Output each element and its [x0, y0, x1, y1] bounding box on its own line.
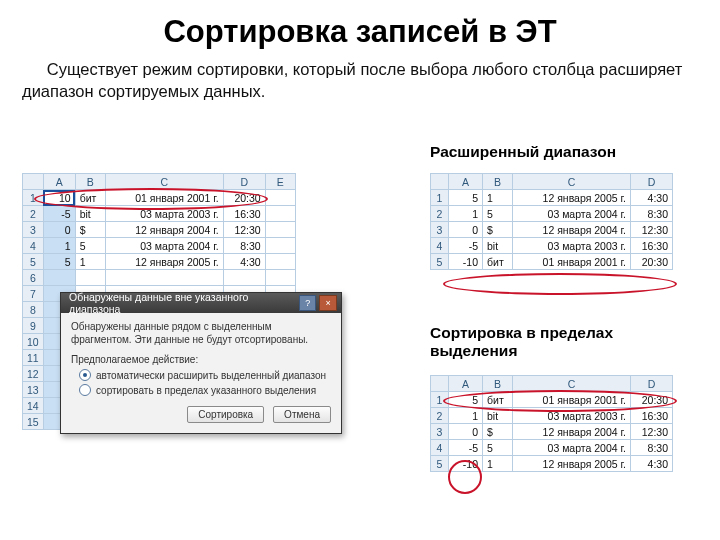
- row-header[interactable]: 4: [431, 238, 449, 254]
- column-header[interactable]: D: [223, 174, 265, 190]
- cell[interactable]: 1: [483, 456, 513, 472]
- row-header[interactable]: 1: [23, 190, 44, 206]
- cell[interactable]: [75, 270, 105, 286]
- cancel-button[interactable]: Отмена: [273, 406, 331, 423]
- cell[interactable]: 1: [449, 206, 483, 222]
- cell[interactable]: $: [483, 222, 513, 238]
- cell[interactable]: 01 января 2001 г.: [513, 254, 631, 270]
- cell[interactable]: 1: [75, 254, 105, 270]
- row-header[interactable]: 10: [23, 334, 44, 350]
- cell[interactable]: 1: [483, 190, 513, 206]
- row-header[interactable]: 3: [431, 424, 449, 440]
- cell[interactable]: 12:30: [631, 222, 673, 238]
- cell[interactable]: бит: [483, 254, 513, 270]
- column-header[interactable]: A: [449, 376, 483, 392]
- row-header[interactable]: 5: [431, 254, 449, 270]
- cell[interactable]: 01 января 2001 г.: [513, 392, 631, 408]
- cell[interactable]: 12 января 2005 г.: [513, 456, 631, 472]
- row-header[interactable]: 11: [23, 350, 44, 366]
- column-header[interactable]: A: [43, 174, 75, 190]
- cell[interactable]: 5: [43, 254, 75, 270]
- cell[interactable]: 16:30: [631, 408, 673, 424]
- row-header[interactable]: 5: [23, 254, 44, 270]
- cell[interactable]: бит: [483, 392, 513, 408]
- cell[interactable]: [105, 270, 223, 286]
- row-header[interactable]: 2: [431, 206, 449, 222]
- cell[interactable]: 16:30: [631, 238, 673, 254]
- radio-within[interactable]: сортировать в пределах указанного выделе…: [79, 384, 331, 396]
- cell[interactable]: [223, 270, 265, 286]
- column-header[interactable]: B: [483, 174, 513, 190]
- cell[interactable]: 5: [75, 238, 105, 254]
- cell[interactable]: 12:30: [631, 424, 673, 440]
- cell[interactable]: $: [75, 222, 105, 238]
- row-header[interactable]: 1: [431, 190, 449, 206]
- cell[interactable]: 20:30: [223, 190, 265, 206]
- cell[interactable]: [265, 206, 295, 222]
- row-header[interactable]: 12: [23, 366, 44, 382]
- row-header[interactable]: 8: [23, 302, 44, 318]
- cell[interactable]: 12 января 2005 г.: [513, 190, 631, 206]
- row-header[interactable]: 9: [23, 318, 44, 334]
- cell[interactable]: 03 марта 2003 г.: [105, 206, 223, 222]
- cell[interactable]: 12 января 2004 г.: [513, 424, 631, 440]
- help-icon[interactable]: ?: [299, 295, 317, 311]
- cell[interactable]: 03 марта 2004 г.: [513, 440, 631, 456]
- cell[interactable]: [265, 222, 295, 238]
- cell[interactable]: 5: [449, 392, 483, 408]
- row-header[interactable]: 13: [23, 382, 44, 398]
- column-header[interactable]: A: [449, 174, 483, 190]
- close-icon[interactable]: ×: [319, 295, 337, 311]
- cell[interactable]: 8:30: [631, 206, 673, 222]
- cell[interactable]: 03 марта 2004 г.: [105, 238, 223, 254]
- cell[interactable]: 0: [43, 222, 75, 238]
- column-header[interactable]: E: [265, 174, 295, 190]
- column-header[interactable]: B: [75, 174, 105, 190]
- row-header[interactable]: 5: [431, 456, 449, 472]
- cell[interactable]: bit: [483, 408, 513, 424]
- column-header[interactable]: D: [631, 174, 673, 190]
- row-header[interactable]: 3: [23, 222, 44, 238]
- column-header[interactable]: B: [483, 376, 513, 392]
- cell[interactable]: 5: [483, 206, 513, 222]
- cell[interactable]: [265, 270, 295, 286]
- cell[interactable]: [265, 238, 295, 254]
- cell[interactable]: 10: [43, 190, 75, 206]
- cell[interactable]: [43, 270, 75, 286]
- cell[interactable]: 4:30: [223, 254, 265, 270]
- row-header[interactable]: 15: [23, 414, 44, 430]
- cell[interactable]: -5: [43, 206, 75, 222]
- cell[interactable]: 1: [43, 238, 75, 254]
- cell[interactable]: 12 января 2004 г.: [105, 222, 223, 238]
- cell[interactable]: -5: [449, 238, 483, 254]
- row-header[interactable]: 2: [431, 408, 449, 424]
- column-header[interactable]: D: [631, 376, 673, 392]
- cell[interactable]: 20:30: [631, 254, 673, 270]
- cell[interactable]: 5: [483, 440, 513, 456]
- cell[interactable]: 01 января 2001 г.: [105, 190, 223, 206]
- row-header[interactable]: 3: [431, 222, 449, 238]
- cell[interactable]: 0: [449, 222, 483, 238]
- cell[interactable]: 5: [449, 190, 483, 206]
- cell[interactable]: 0: [449, 424, 483, 440]
- row-header[interactable]: 4: [23, 238, 44, 254]
- cell[interactable]: 8:30: [631, 440, 673, 456]
- radio-expand[interactable]: автоматически расширить выделенный диапа…: [79, 369, 331, 381]
- sort-button[interactable]: Сортировка: [187, 406, 264, 423]
- cell[interactable]: 03 марта 2003 г.: [513, 408, 631, 424]
- cell[interactable]: [265, 254, 295, 270]
- cell[interactable]: бит: [75, 190, 105, 206]
- cell[interactable]: 8:30: [223, 238, 265, 254]
- row-header[interactable]: 2: [23, 206, 44, 222]
- cell[interactable]: 12 января 2004 г.: [513, 222, 631, 238]
- row-header[interactable]: 7: [23, 286, 44, 302]
- cell[interactable]: [265, 190, 295, 206]
- row-header[interactable]: 14: [23, 398, 44, 414]
- row-header[interactable]: 6: [23, 270, 44, 286]
- cell[interactable]: 16:30: [223, 206, 265, 222]
- cell[interactable]: 03 марта 2004 г.: [513, 206, 631, 222]
- cell[interactable]: bit: [483, 238, 513, 254]
- row-header[interactable]: 4: [431, 440, 449, 456]
- cell[interactable]: -10: [449, 456, 483, 472]
- row-header[interactable]: 1: [431, 392, 449, 408]
